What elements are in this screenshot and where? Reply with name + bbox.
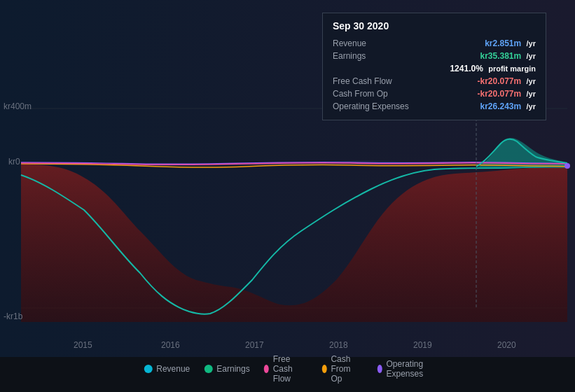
legend-item-revenue[interactable]: Revenue: [144, 364, 190, 374]
legend-dot-cashop: [321, 365, 326, 373]
tooltip-row-earnings: Earnings kr35.381m /yr: [333, 50, 536, 62]
tooltip-label-cashop: Cash From Op: [333, 89, 410, 99]
legend-label-revenue: Revenue: [156, 364, 190, 374]
legend-item-opex[interactable]: Operating Expenses: [377, 359, 431, 379]
tooltip: Sep 30 2020 Revenue kr2.851m /yr Earning…: [322, 13, 546, 120]
tooltip-row-opex: Operating Expenses kr26.243m /yr: [333, 100, 536, 113]
x-label-2017: 2017: [245, 340, 264, 350]
legend-item-earnings[interactable]: Earnings: [204, 364, 249, 374]
x-label-2019: 2019: [413, 340, 432, 350]
y-label-bottom: -kr1b: [4, 312, 22, 321]
tooltip-value-earnings: kr35.381m /yr: [480, 51, 536, 61]
legend-dot-earnings: [204, 365, 212, 373]
chart-container: kr400m kr0 -kr1b 2015 2016 2017 2018 201…: [0, 0, 575, 392]
tooltip-value-opex: kr26.243m /yr: [480, 102, 536, 111]
legend-label-cashop: Cash From Op: [331, 354, 363, 384]
legend-item-cashop[interactable]: Cash From Op: [321, 354, 363, 384]
tooltip-row-revenue: Revenue kr2.851m /yr: [333, 37, 536, 50]
tooltip-label-fcf: Free Cash Flow: [333, 76, 410, 86]
tooltip-row-fcf: Free Cash Flow -kr20.077m /yr: [333, 75, 536, 88]
legend-dot-opex: [377, 365, 382, 373]
tooltip-title: Sep 30 2020: [333, 20, 536, 31]
tooltip-label-opex: Operating Expenses: [333, 102, 410, 111]
legend: Revenue Earnings Free Cash Flow Cash Fro…: [144, 354, 431, 384]
x-label-2015: 2015: [74, 340, 92, 350]
y-label-mid: kr0: [8, 157, 20, 167]
legend-item-fcf[interactable]: Free Cash Flow: [264, 354, 308, 384]
tooltip-value-cashop: -kr20.077m /yr: [477, 89, 536, 99]
legend-label-opex: Operating Expenses: [386, 359, 431, 379]
x-label-2018: 2018: [329, 340, 348, 350]
tooltip-value-margin: 1241.0% profit margin: [450, 64, 536, 74]
tooltip-value-fcf: -kr20.077m /yr: [477, 76, 536, 86]
legend-dot-fcf: [264, 365, 269, 373]
tooltip-label-revenue: Revenue: [333, 38, 410, 48]
legend-label-fcf: Free Cash Flow: [273, 354, 308, 384]
legend-dot-revenue: [144, 365, 152, 373]
tooltip-row-cashop: Cash From Op -kr20.077m /yr: [333, 88, 536, 100]
x-label-2016: 2016: [161, 340, 180, 350]
x-label-2020: 2020: [497, 340, 516, 350]
tooltip-label-earnings: Earnings: [333, 51, 410, 61]
tooltip-value-revenue: kr2.851m /yr: [485, 38, 536, 48]
svg-point-5: [564, 163, 570, 169]
y-label-top: kr400m: [4, 102, 32, 111]
tooltip-row-margin: 1241.0% profit margin: [333, 62, 536, 75]
legend-label-earnings: Earnings: [216, 364, 249, 374]
